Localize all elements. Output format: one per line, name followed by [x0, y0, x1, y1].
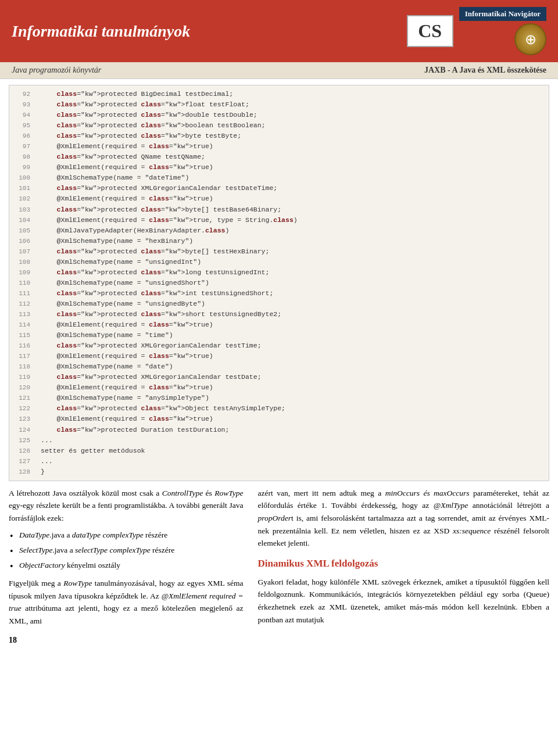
code-line: 110 @XmlSchemaType(name = "unsignedShort… [9, 278, 549, 288]
code-line: 105 @XmlJavaTypeAdapter(HexBinaryAdapter… [9, 225, 549, 236]
code-line: 117 @XmlElement(required = class="kw">tr… [9, 351, 549, 361]
code-line: 94 class="kw">protected class="kw">doubl… [9, 110, 549, 120]
code-line: 116 class="kw">protected XMLGregorianCal… [9, 341, 549, 351]
compass-icon: ⊕ [514, 23, 546, 55]
right-column: azért van, mert itt nem adtuk meg a minO… [252, 487, 550, 632]
code-line: 122 class="kw">protected class="kw">Obje… [9, 403, 549, 414]
section-heading: Dinamikus XML feldolgozás [258, 556, 550, 571]
code-line: 114 @XmlElement(required = class="kw">tr… [9, 320, 549, 330]
left-column: A létrehozott Java osztályok közül most … [9, 487, 252, 632]
code-line: 113 class="kw">protected class="kw">shor… [9, 309, 549, 320]
code-line: 96 class="kw">protected class="kw">byte … [9, 131, 549, 141]
code-line: 121 @XmlSchemaType(name = "anySimpleType… [9, 393, 549, 403]
list-item: ObjectFactory kényelmi osztály [9, 560, 244, 571]
nav-label: Informatikai Navigátor [459, 7, 546, 21]
left-para-1: A létrehozott Java osztályok közül most … [9, 487, 244, 525]
subtitle-bar: Java programozói könyvtár JAXB - A Java … [0, 62, 558, 79]
code-line: 102 @XmlElement(required = class="kw">tr… [9, 194, 549, 204]
code-line: 127... [9, 456, 549, 467]
site-title: Informatikai tanulmányok [12, 22, 190, 41]
page-header: Informatikai tanulmányok CS Informatikai… [0, 0, 558, 62]
code-line: 99 @XmlElement(required = class="kw">tru… [9, 162, 549, 173]
code-line: 109 class="kw">protected class="kw">long… [9, 267, 549, 278]
subtitle-left: Java programozói könyvtár [12, 66, 101, 75]
subtitle-right: JAXB - A Java és XML összekötése [424, 66, 546, 75]
code-line: 126setter és getter metódusok [9, 446, 549, 456]
code-line: 92 class="kw">protected BigDecimal testD… [9, 89, 549, 99]
list-item: DataType.java a dataType complexType rés… [9, 529, 244, 541]
right-para-2: Gyakori feladat, hogy különféle XML szöv… [258, 576, 550, 626]
code-line: 128} [9, 467, 549, 477]
bullet-list: DataType.java a dataType complexType rés… [9, 529, 244, 572]
right-para-1: azért van, mert itt nem adtuk meg a minO… [258, 487, 550, 550]
code-line: 107 class="kw">protected class="kw">byte… [9, 246, 549, 257]
list-item: SelectType.java a selectType complexType… [9, 544, 244, 556]
cs-logo: CS [407, 15, 453, 47]
code-line: 93 class="kw">protected class="kw">float… [9, 99, 549, 110]
code-line: 115 @XmlSchemaType(name = "time") [9, 330, 549, 341]
code-line: 119 class="kw">protected XMLGregorianCal… [9, 372, 549, 382]
code-line: 97 @XmlElement(required = class="kw">tru… [9, 141, 549, 152]
code-line: 125... [9, 435, 549, 446]
header-right-section: CS Informatikai Navigátor ⊕ [407, 7, 546, 55]
page-number: 18 [0, 632, 558, 648]
code-line: 123 @XmlElement(required = class="kw">tr… [9, 414, 549, 424]
code-line: 101 class="kw">protected XMLGregorianCal… [9, 183, 549, 194]
code-line: 108 @XmlSchemaType(name = "unsignedInt") [9, 257, 549, 267]
code-line: 118 @XmlSchemaType(name = "date") [9, 361, 549, 372]
left-para-2: Figyeljük meg a RowType tanulmányozásáva… [9, 577, 244, 627]
code-line: 104 @XmlElement(required = class="kw">tr… [9, 215, 549, 225]
code-line: 106 @XmlSchemaType(name = "hexBinary") [9, 236, 549, 246]
code-line: 112 @XmlSchemaType(name = "unsignedByte"… [9, 299, 549, 309]
code-line: 103 class="kw">protected class="kw">byte… [9, 205, 549, 215]
code-line: 111 class="kw">protected class="kw">int … [9, 288, 549, 299]
code-line: 120 @XmlElement(required = class="kw">tr… [9, 382, 549, 393]
main-content: A létrehozott Java osztályok közül most … [0, 487, 558, 632]
code-block: 92 class="kw">protected BigDecimal testD… [9, 85, 549, 481]
code-line: 100 @XmlSchemaType(name = "dateTime") [9, 173, 549, 183]
code-line: 98 class="kw">protected QName testQName; [9, 152, 549, 162]
code-line: 95 class="kw">protected class="kw">boole… [9, 120, 549, 131]
code-line: 124 class="kw">protected Duration testDu… [9, 425, 549, 435]
